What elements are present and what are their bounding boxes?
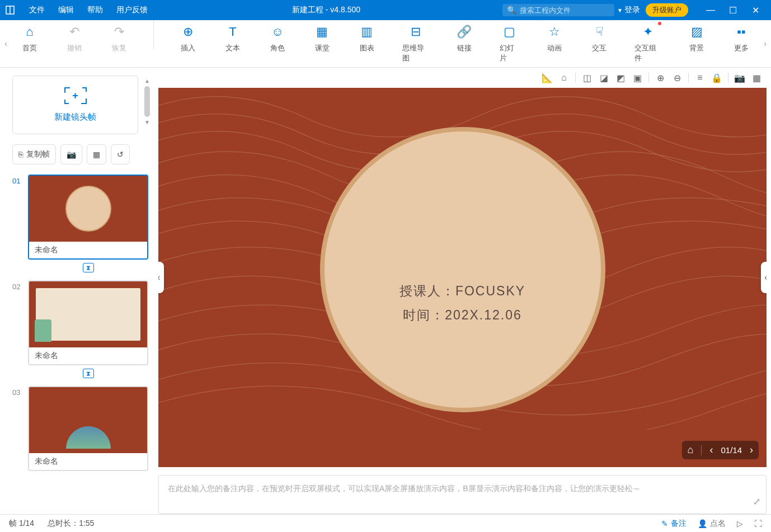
text-icon: T: [225, 24, 241, 40]
ribbon-home-button[interactable]: ⌂首页: [16, 21, 44, 67]
layer-front-icon[interactable]: ▣: [629, 70, 645, 86]
ribbon-slide-button[interactable]: ▢幻灯片: [495, 21, 524, 67]
ribbon-label: 交互: [592, 43, 607, 53]
menu-help[interactable]: 帮助: [81, 5, 110, 15]
zoom-out-icon[interactable]: ⊖: [669, 70, 685, 86]
ribbon-insert-button[interactable]: ⊕插入: [174, 21, 202, 67]
lock-icon[interactable]: 🔒: [709, 70, 725, 86]
thumb-title: 未命名: [29, 453, 147, 470]
thumbnail-list: 01 未命名 ⧗ 02 未命名 ⧗ 03 未命名: [12, 175, 148, 471]
ribbon-label: 撤销: [67, 43, 82, 53]
person-icon: 👤: [698, 519, 707, 528]
nav-prev-icon[interactable]: ‹: [709, 444, 713, 456]
ruler-icon[interactable]: 📐: [539, 70, 555, 86]
mindmap-icon: ⊟: [408, 24, 424, 40]
separator: [701, 445, 702, 455]
ribbon-label: 思维导图: [402, 43, 429, 63]
layer-forward-icon[interactable]: ◩: [613, 70, 628, 86]
nav-next-icon[interactable]: ›: [750, 444, 753, 456]
thumbnail-item: 02 未命名 ⧗: [12, 280, 148, 380]
search-input[interactable]: [520, 6, 614, 15]
login-link[interactable]: 登录: [624, 5, 640, 15]
home-view-icon[interactable]: ⌂: [556, 70, 572, 86]
ribbon-animation-button[interactable]: ☆动画: [540, 21, 568, 67]
ribbon-background-button[interactable]: ▨背景: [683, 21, 711, 67]
ribbon-interact-button[interactable]: ☟交互: [585, 21, 613, 67]
zoom-in-icon[interactable]: ⊕: [652, 70, 668, 86]
ribbon-label: 恢复: [112, 43, 126, 53]
thumb-card[interactable]: 未命名: [28, 280, 148, 365]
ribbon-character-button[interactable]: ☺角色: [264, 21, 292, 67]
panel-toggle-left[interactable]: ‹: [158, 262, 164, 293]
chevron-down-icon[interactable]: ▼: [617, 7, 623, 13]
camera-icon: 📷: [67, 150, 76, 159]
menu-feedback[interactable]: 用户反馈: [110, 5, 154, 15]
ribbon-label: 动画: [547, 43, 562, 53]
transition-indicator[interactable]: ⧗: [28, 368, 148, 378]
ribbon-label: 插入: [181, 43, 195, 53]
search-box[interactable]: 🔍 ▼: [502, 4, 614, 16]
ribbon-label: 课堂: [315, 43, 330, 53]
ribbon-chart-button[interactable]: ▥图表: [353, 21, 381, 67]
close-button[interactable]: ✕: [744, 5, 767, 16]
ribbon-link-button[interactable]: 🔗链接: [450, 21, 478, 67]
ribbon-text-button[interactable]: T文本: [219, 21, 247, 67]
thumb-card[interactable]: 未命名: [28, 386, 148, 471]
menu-file[interactable]: 文件: [22, 5, 51, 15]
play-button[interactable]: ▷: [737, 519, 743, 528]
redo-icon: ↷: [111, 24, 127, 40]
canvas[interactable]: 授课人：FOCUSKY 时间：202X.12.06 ‹ ‹ ⌂ ‹ 01/14 …: [158, 88, 767, 467]
layer-backward-icon[interactable]: ◪: [596, 70, 612, 86]
menu-edit[interactable]: 编辑: [51, 5, 81, 15]
frame-counter: 01/14: [721, 445, 742, 455]
ribbon-scroll-right[interactable]: ›: [761, 37, 769, 50]
notes-textarea[interactable]: 在此处输入您的备注内容，在预览时开启双屏模式，可以实现A屏全屏播放演示内容，B屏…: [158, 475, 767, 514]
ribbon-more-button[interactable]: ▪▪更多: [727, 21, 755, 67]
panel-toggle-right[interactable]: ‹: [761, 262, 767, 293]
camera-tool-icon[interactable]: 📷: [732, 70, 748, 86]
statusbar: 帧 1/14 总时长：1:55 ✎ 备注 👤 点名 ▷ ⛶: [0, 514, 771, 532]
separator: [575, 73, 576, 83]
fullscreen-button[interactable]: ⛶: [754, 519, 762, 528]
expand-icon[interactable]: ⤢: [753, 494, 760, 509]
ribbon-undo-button[interactable]: ↶撤销: [60, 21, 88, 67]
ribbon-mindmap-button[interactable]: ⊟思维导图: [398, 21, 434, 67]
thumb-card[interactable]: 未命名: [28, 175, 148, 260]
thumbnail-item: 03 未命名: [12, 386, 148, 471]
rollcall-button[interactable]: 👤 点名: [698, 519, 726, 529]
new-frame-label: 新建镜头帧: [54, 112, 96, 123]
ribbon-redo-button[interactable]: ↷恢复: [105, 21, 133, 67]
hourglass-icon: ⧗: [83, 369, 94, 378]
new-frame-button[interactable]: + 新建镜头帧: [12, 76, 138, 134]
ribbon-scroll-left[interactable]: ‹: [2, 37, 10, 50]
ribbon-label: 文本: [225, 43, 240, 53]
upgrade-button[interactable]: 升级账户: [646, 3, 688, 17]
transition-indicator[interactable]: ⧗: [28, 262, 148, 272]
align-icon[interactable]: ≡: [692, 70, 708, 86]
duration-indicator: 总时长：1:55: [48, 519, 94, 529]
title-circle: 授课人：FOCUSKY 时间：202X.12.06: [320, 127, 605, 412]
thumb-number: 01: [12, 175, 22, 275]
ribbon-toolbar: ‹ ⌂首页↶撤销↷恢复⊕插入T文本☺角色▦课堂▥图表⊟思维导图🔗链接▢幻灯片☆动…: [0, 20, 771, 68]
nav-home-icon[interactable]: ⌂: [688, 444, 694, 456]
qr-icon: ▦: [93, 150, 100, 159]
layer-back-icon[interactable]: ◫: [579, 70, 595, 86]
scroll-up-icon[interactable]: ▲: [144, 76, 150, 86]
qr-button[interactable]: ▦: [87, 144, 106, 164]
maximize-button[interactable]: ☐: [722, 5, 744, 16]
ribbon-label: 幻灯片: [500, 43, 520, 63]
loop-button[interactable]: ↺: [111, 144, 130, 164]
copy-frame-button[interactable]: ⎘ 复制帧: [12, 144, 56, 164]
grid-icon[interactable]: ▦: [749, 70, 764, 86]
ribbon-label: 更多: [734, 43, 749, 53]
minimize-button[interactable]: —: [699, 5, 722, 16]
home-icon: ⌂: [22, 24, 37, 40]
ribbon-classroom-button[interactable]: ▦课堂: [308, 21, 336, 67]
scroll-down-icon[interactable]: ▼: [144, 117, 150, 128]
sidebar-scrollbar[interactable]: ▲ ▼: [143, 76, 152, 143]
notes-icon: ✎: [661, 519, 668, 528]
classroom-icon: ▦: [314, 24, 330, 40]
ribbon-widget-button[interactable]: ✦交互组件: [630, 21, 666, 67]
notes-toggle-button[interactable]: ✎ 备注: [661, 519, 687, 529]
camera-button[interactable]: 📷: [60, 144, 82, 164]
